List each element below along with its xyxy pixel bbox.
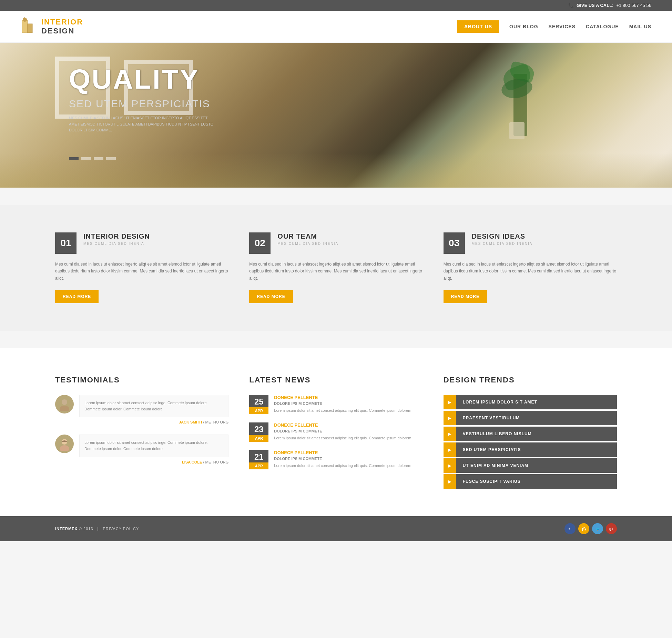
news-2-link[interactable]: DONECE PELLENTE: [274, 422, 411, 428]
testimonial-2-author: LISA COLE / METHO ORG: [79, 460, 228, 464]
spacer1: [0, 188, 672, 205]
feature-1-text: Mes cumi dia sed in lacus ut eniascet in…: [55, 261, 228, 282]
svg-rect-0: [22, 20, 28, 33]
nav-mail[interactable]: MAIL US: [629, 24, 651, 29]
footer: INTERMEX © 2013 | PRIVACY POLICY f 🐦 g+: [0, 516, 672, 541]
trend-3-label: VESTIBULUM LIBERO NISLUM: [456, 427, 617, 441]
logo-text: INTERIOR DESIGN: [41, 18, 83, 36]
trend-4-label: SED UTEM PERSPICIATIS: [456, 442, 617, 457]
news-1-text: Lorem ipsum dolor sit amet consect adipi…: [274, 408, 411, 414]
trend-4-arrow: ▶: [444, 442, 456, 457]
feature-3-title-block: DESIGN IDEAS MES CUML DIA SED INENIA: [472, 232, 533, 246]
news-2-month: APR: [249, 435, 268, 442]
news-1-link[interactable]: DONECE PELLENTE: [274, 395, 411, 400]
avatar-male: [55, 395, 74, 413]
news-3-month: APR: [249, 462, 268, 469]
hero-dot-3[interactable]: [94, 157, 103, 160]
feature-1: 01 INTERIOR DESIGN MES CUML DIA SED INEN…: [55, 232, 228, 303]
hero-dot-2[interactable]: [81, 157, 91, 160]
topbar-phone: +1 800 567 45 56: [616, 3, 651, 8]
news-3-date-box: 21 APR: [249, 450, 268, 469]
hero-dot-4[interactable]: [106, 157, 116, 160]
testimonial-2-avatar: [55, 435, 74, 453]
testimonials-title: TESTIMONIALS: [55, 376, 228, 385]
footer-sep: |: [98, 527, 99, 531]
feature-3-subtitle: MES CUML DIA SED INENIA: [472, 242, 533, 246]
testimonials-section: TESTIMONIALS Lorem ipsum dolor sit amet …: [55, 376, 228, 489]
nav-catalogue[interactable]: CATALOGUE: [586, 24, 619, 29]
news-1-day: 25: [249, 395, 268, 407]
news-1-subtitle: DOLORE IPSIM COMMETE: [274, 401, 411, 406]
testimonial-2-org: METHO ORG: [205, 460, 228, 464]
news-2-text: Lorem ipsum dolor sit amet consect adipi…: [274, 435, 411, 441]
trend-5-arrow: ▶: [444, 458, 456, 473]
feature-2-header: 02 OUR TEAM MES CUML DIA SED INENIA: [249, 232, 422, 254]
feature-1-title: INTERIOR DESIGN: [83, 232, 150, 240]
hero-desc: MES CUML DIA SED IN LACUS UT ENIASCET ET…: [69, 115, 214, 133]
news-1-date-box: 25 APR: [249, 395, 268, 414]
trend-6[interactable]: ▶ FUSCE SUSCIPIT VARIUS: [444, 474, 617, 489]
svg-point-7: [60, 445, 69, 451]
news-1: 25 APR DONECE PELLENTE DOLORE IPSIM COMM…: [249, 395, 422, 414]
feature-2-readmore[interactable]: READ MORE: [249, 290, 293, 303]
footer-copy: INTERMEX © 2013 | PRIVACY POLICY: [55, 527, 139, 531]
testimonial-2-text: Lorem ipsum dolor sit amet consect adipi…: [79, 435, 228, 457]
avatar-female: [55, 435, 74, 453]
svg-rect-1: [28, 24, 32, 33]
news-3: 21 APR DONECE PELLENTE DOLORE IPSIM COMM…: [249, 450, 422, 469]
hero-plant: [500, 53, 541, 157]
feature-1-readmore[interactable]: READ MORE: [55, 290, 99, 303]
hero-dot-1[interactable]: [69, 157, 79, 160]
trend-1[interactable]: ▶ LOREM IPSUM DOLOR SIT AMET: [444, 395, 617, 409]
header: INTERIOR DESIGN ABOUT US OUR BLOG SERVIC…: [0, 11, 672, 43]
svg-point-5: [60, 406, 69, 411]
testimonial-2: Lorem ipsum dolor sit amet consect adipi…: [55, 435, 228, 464]
hero-dots: [69, 157, 116, 160]
social-rss-icon[interactable]: [578, 523, 589, 534]
svg-text:🐦: 🐦: [595, 527, 600, 531]
news-title: LATEST NEWS: [249, 376, 422, 385]
footer-privacy-link[interactable]: PRIVACY POLICY: [103, 527, 139, 531]
trend-1-label: LOREM IPSUM DOLOR SIT AMET: [456, 395, 617, 409]
feature-3-number: 03: [444, 232, 465, 254]
feature-3-header: 03 DESIGN IDEAS MES CUML DIA SED INENIA: [444, 232, 617, 254]
social-google-icon[interactable]: g+: [606, 523, 617, 534]
testimonial-1-avatar: [55, 395, 74, 413]
main-nav: ABOUT US OUR BLOG SERVICES CATALOGUE MAI…: [457, 20, 651, 33]
feature-1-header: 01 INTERIOR DESIGN MES CUML DIA SED INEN…: [55, 232, 228, 254]
hero-content: QUALITY SED UTEM PERSPICIATIS MES CUML D…: [69, 63, 214, 133]
hero-section: QUALITY SED UTEM PERSPICIATIS MES CUML D…: [0, 43, 672, 188]
hero-subtitle: SED UTEM PERSPICIATIS: [69, 98, 214, 110]
news-2-day: 23: [249, 422, 268, 435]
trend-6-label: FUSCE SUSCIPIT VARIUS: [456, 474, 617, 489]
news-3-subtitle: DOLORE IPSIM COMMETE: [274, 457, 411, 461]
footer-brand: INTERMEX: [55, 527, 78, 531]
feature-3-title: DESIGN IDEAS: [472, 232, 533, 240]
feature-3-readmore[interactable]: READ MORE: [444, 290, 487, 303]
trend-2-label: PRAESENT VESTIBULUM: [456, 411, 617, 425]
news-2-date-box: 23 APR: [249, 422, 268, 442]
topbar-cta: GIVE US A CALL:: [577, 3, 613, 8]
news-3-link[interactable]: DONECE PELLENTE: [274, 450, 411, 455]
trend-4[interactable]: ▶ SED UTEM PERSPICIATIS: [444, 442, 617, 457]
design-trends-section: DESIGN TRENDS ▶ LOREM IPSUM DOLOR SIT AM…: [444, 376, 617, 489]
nav-about[interactable]: ABOUT US: [457, 20, 499, 33]
social-facebook-icon[interactable]: f: [564, 523, 576, 534]
feature-2-title-block: OUR TEAM MES CUML DIA SED INENIA: [277, 232, 338, 246]
logo: INTERIOR DESIGN: [21, 17, 83, 36]
news-2-content: DONECE PELLENTE DOLORE IPSIM COMMETE Lor…: [274, 422, 411, 441]
feature-1-title-block: INTERIOR DESIGN MES CUML DIA SED INENIA: [83, 232, 150, 246]
news-2: 23 APR DONECE PELLENTE DOLORE IPSIM COMM…: [249, 422, 422, 442]
footer-social: f 🐦 g+: [564, 523, 617, 534]
nav-blog[interactable]: OUR BLOG: [509, 24, 538, 29]
trend-5[interactable]: ▶ UT ENIM AD MINIMA VENIAM: [444, 458, 617, 473]
testimonial-1-org: METHO ORG: [205, 420, 228, 424]
social-twitter-icon[interactable]: 🐦: [592, 523, 603, 534]
trend-3[interactable]: ▶ VESTIBULUM LIBERO NISLUM: [444, 427, 617, 441]
bottom-sections: TESTIMONIALS Lorem ipsum dolor sit amet …: [0, 348, 672, 516]
svg-point-4: [62, 399, 67, 405]
trend-2[interactable]: ▶ PRAESENT VESTIBULUM: [444, 411, 617, 425]
feature-2-title: OUR TEAM: [277, 232, 338, 240]
logo-icon: [21, 17, 37, 36]
nav-services[interactable]: SERVICES: [549, 24, 576, 29]
